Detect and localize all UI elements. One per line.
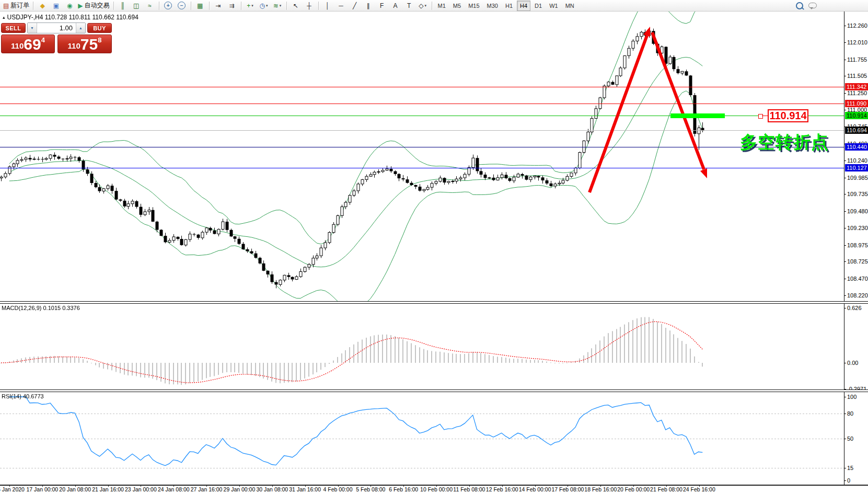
new-chart-button-dropdown-caret[interactable]: ▾: [251, 4, 253, 8]
label-button[interactable]: T: [402, 0, 416, 12]
time-axis-label: 23 Jan 00:00: [125, 486, 157, 492]
time-axis-label: 18 Feb 16:00: [584, 486, 617, 492]
hline-button[interactable]: ─: [334, 0, 348, 12]
price-tag-anchor-square: [758, 114, 763, 119]
timeframe-mn[interactable]: MN: [562, 1, 577, 11]
chart-shift-icon[interactable]: ⇥: [212, 0, 225, 12]
volume-input[interactable]: 1.00: [37, 23, 76, 33]
timeframe-m1[interactable]: M1: [435, 1, 449, 11]
equidistant-channel-button[interactable]: ∥: [362, 0, 375, 12]
crosshair-glyph: ┼: [307, 3, 311, 9]
new-order-button-label: 新订单: [10, 1, 29, 10]
line-chart-icon[interactable]: ≈: [143, 0, 157, 12]
crosshair-button[interactable]: ┼: [303, 0, 316, 12]
turning-point-annotation[interactable]: 多空转折点: [740, 131, 829, 154]
fibonacci-button[interactable]: F: [375, 0, 389, 12]
macd-canvas[interactable]: [0, 304, 844, 389]
price-badge-110.440: 110.440: [845, 143, 868, 151]
indicators-button[interactable]: ≋▾: [271, 0, 284, 12]
macd-tick-label: 0.00: [847, 360, 858, 366]
main-chart-canvas[interactable]: [0, 12, 844, 301]
period-button[interactable]: ◷▾: [257, 0, 271, 12]
volume-decrease-button[interactable]: ▼: [28, 23, 37, 33]
timeframe-m30[interactable]: M30: [484, 1, 501, 11]
shapes-button[interactable]: ◇▾: [416, 0, 430, 12]
chart-right-border: [844, 12, 844, 486]
trendline-button[interactable]: ╱: [348, 0, 362, 12]
sell-price-button[interactable]: 110 69 4: [1, 35, 55, 53]
zoom-out-icon[interactable]: −: [175, 0, 189, 12]
time-axis-label: 12 Feb 16:00: [486, 486, 518, 492]
timeframe-h4[interactable]: H4: [517, 1, 530, 11]
price-tick-label: 111.505: [847, 73, 867, 79]
hline-110.127[interactable]: [0, 168, 844, 168]
time-axis-label: 21 Feb 08:00: [650, 486, 682, 492]
time-axis-label: 31 Jan 16:00: [289, 486, 321, 492]
price-tick-label: 109.480: [847, 208, 868, 214]
text-button[interactable]: A: [389, 0, 402, 12]
buy-button[interactable]: BUY: [87, 23, 112, 33]
hline-110.44[interactable]: [0, 147, 844, 147]
auto-scroll-icon[interactable]: ⇉: [225, 0, 239, 12]
autotrading-glyph: ▶: [78, 3, 83, 9]
hline-glyph: ─: [339, 3, 343, 9]
macd-rsi-separator[interactable]: [0, 389, 868, 392]
toolbar-separator: [159, 2, 159, 10]
rsi-canvas[interactable]: [0, 392, 844, 485]
timeframe-w1[interactable]: W1: [546, 1, 561, 11]
line-chart-icon-glyph: ≈: [148, 3, 152, 9]
cursor-button[interactable]: ↖: [289, 0, 303, 12]
time-axis-label: 20 Feb 00:00: [617, 486, 650, 492]
candlestick-chart-icon[interactable]: ◫: [130, 0, 143, 12]
volume-box: ▼ 1.00 ▲: [27, 22, 86, 33]
price-badge-110.694: 110.694: [845, 127, 868, 134]
autotrading-button[interactable]: ▶自动交易: [76, 0, 111, 12]
hline-110.694[interactable]: [0, 130, 844, 131]
price-tick-label: 108.220: [847, 292, 868, 299]
period-button-dropdown-caret[interactable]: ▾: [266, 4, 268, 8]
timeframe-m15[interactable]: M15: [465, 1, 482, 11]
buy-price-sup: 8: [98, 36, 101, 44]
auto-scroll-icon-glyph: ⇉: [229, 3, 235, 9]
new-order-button[interactable]: ▤新订单: [2, 0, 31, 12]
favorites-icon[interactable]: ◆: [36, 0, 49, 12]
rsi-tick-label: 50: [847, 435, 853, 442]
zoom-in-icon-glyph: +: [164, 2, 172, 9]
toolbar-separator: [286, 2, 287, 10]
one-click-trading-panel: SELL ▼ 1.00 ▲ BUY 110 69 4 110 75 8: [1, 22, 112, 53]
tile-windows-icon[interactable]: ▦: [193, 0, 207, 12]
chart-shift-icon-glyph: ⇥: [216, 3, 221, 9]
time-axis-label: 14 Feb 00:00: [519, 486, 551, 492]
macd-indicator-label: MACD(12,26,9) 0.1015 0.3376: [2, 305, 80, 311]
time-axis-label: 5 Feb 08:00: [356, 486, 385, 492]
time-axis-label: 24 Feb 16:00: [683, 486, 715, 492]
bar-chart-icon[interactable]: ║: [116, 0, 130, 12]
price-tick-label: 108.470: [847, 276, 868, 282]
indicators-button-dropdown-caret[interactable]: ▾: [280, 4, 282, 8]
fibonacci-glyph: F: [380, 3, 384, 9]
hline-111.342[interactable]: [0, 87, 844, 87]
chart-window-icon: ▴: [3, 15, 5, 20]
price-tick-label: 112.260: [847, 22, 867, 29]
signals-icon[interactable]: ◉: [63, 0, 76, 12]
shapes-button-dropdown-caret[interactable]: ▾: [424, 4, 426, 8]
sell-button[interactable]: SELL: [1, 23, 26, 33]
bar-chart-icon-glyph: ║: [120, 3, 125, 9]
timeframe-h1[interactable]: H1: [502, 1, 516, 11]
volume-increase-button[interactable]: ▲: [76, 23, 85, 33]
vline-button[interactable]: │: [321, 0, 334, 12]
main-macd-separator[interactable]: [0, 301, 868, 304]
timeframe-d1[interactable]: D1: [531, 1, 545, 11]
price-tag-label[interactable]: 110.914: [768, 109, 808, 122]
terminal-icon[interactable]: ▣: [49, 0, 63, 12]
toolbar-separator: [113, 2, 114, 10]
buy-price-button[interactable]: 110 75 8: [57, 35, 112, 53]
zoom-in-icon[interactable]: +: [161, 0, 175, 12]
new-chart-button[interactable]: +▾: [244, 0, 257, 12]
hline-111.09[interactable]: [0, 104, 844, 104]
support-zone-bar[interactable]: [670, 113, 725, 118]
search-icon[interactable]: [796, 2, 803, 9]
chat-icon[interactable]: [808, 3, 817, 8]
timeframe-m5[interactable]: M5: [450, 1, 464, 11]
toolbar-separator: [191, 2, 191, 10]
